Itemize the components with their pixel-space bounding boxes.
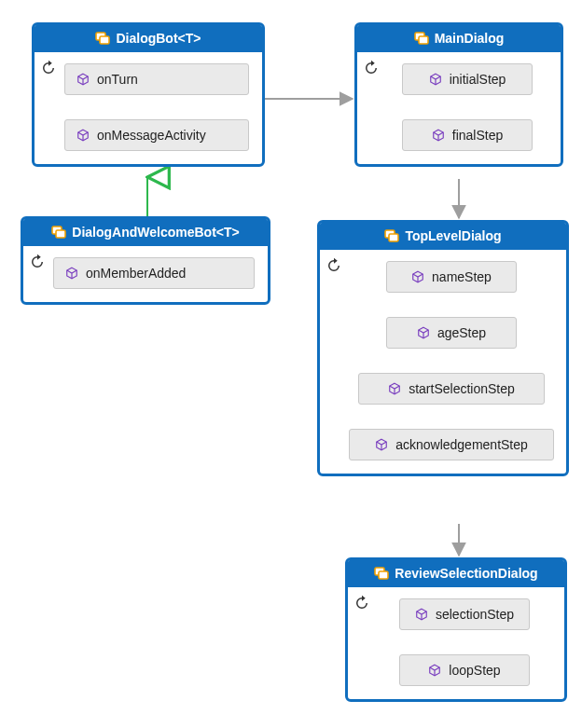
cube-icon	[415, 608, 428, 621]
step-label: nameStep	[432, 269, 492, 284]
box-title: DialogAndWelcomeBot<T>	[23, 219, 268, 246]
title-text: DialogAndWelcomeBot<T>	[72, 225, 239, 240]
cube-icon	[429, 73, 442, 86]
cube-icon	[76, 73, 90, 86]
loop-icon	[40, 60, 57, 76]
class-icon	[384, 228, 399, 243]
box-title: DialogBot<T>	[35, 25, 262, 52]
step-acknowledgement-step: acknowledgementStep	[349, 429, 554, 460]
cube-icon	[388, 382, 401, 395]
step-label: onTurn	[97, 72, 138, 87]
step-selection-step: selectionStep	[399, 598, 530, 630]
step-on-message-activity: onMessageActivity	[64, 119, 249, 151]
loop-icon	[353, 595, 370, 611]
svg-rect-16	[389, 234, 398, 241]
loop-icon	[326, 257, 342, 274]
box-top-level-dialog: TopLevelDialog nameStep ageStep startSel…	[317, 220, 569, 476]
box-main-dialog: MainDialog initialStep finalStep	[354, 22, 563, 167]
loop-icon	[29, 254, 46, 270]
step-start-selection-step: startSelectionStep	[358, 373, 545, 405]
step-on-member-added: onMemberAdded	[53, 257, 255, 289]
step-name-step: nameStep	[386, 261, 517, 293]
step-final-step: finalStep	[402, 119, 533, 151]
loop-icon	[363, 60, 380, 76]
class-icon	[414, 31, 429, 46]
title-text: MainDialog	[435, 31, 505, 46]
svg-rect-10	[100, 36, 109, 44]
svg-rect-18	[379, 571, 388, 579]
step-loop-step: loopStep	[399, 654, 530, 686]
step-label: finalStep	[452, 128, 503, 143]
step-label: onMessageActivity	[97, 128, 206, 143]
step-on-turn: onTurn	[64, 63, 249, 95]
step-initial-step: initialStep	[402, 63, 533, 95]
box-review-selection-dialog: ReviewSelectionDialog selectionStep loop…	[345, 557, 567, 702]
cube-icon	[432, 129, 445, 142]
cube-icon	[375, 438, 388, 451]
step-label: acknowledgementStep	[395, 437, 528, 452]
diagram-canvas: DialogBot<T> onTurn onMessageActivity Di…	[0, 0, 582, 728]
cube-icon	[65, 267, 78, 280]
class-icon	[374, 566, 389, 581]
title-text: DialogBot<T>	[116, 31, 201, 46]
step-label: startSelectionStep	[409, 381, 515, 396]
box-title: ReviewSelectionDialog	[348, 560, 564, 587]
class-icon	[51, 225, 66, 240]
cube-icon	[411, 270, 424, 283]
step-label: selectionStep	[436, 607, 514, 622]
box-dialog-bot: DialogBot<T> onTurn onMessageActivity	[32, 22, 265, 167]
step-label: onMemberAdded	[86, 266, 186, 281]
step-age-step: ageStep	[386, 317, 517, 349]
step-label: initialStep	[450, 72, 506, 87]
cube-icon	[76, 129, 90, 142]
box-dialog-and-welcome-bot: DialogAndWelcomeBot<T> onMemberAdded	[21, 216, 270, 305]
title-text: TopLevelDialog	[405, 228, 501, 243]
step-label: loopStep	[449, 663, 500, 678]
svg-rect-14	[419, 36, 428, 44]
title-text: ReviewSelectionDialog	[395, 566, 537, 581]
cube-icon	[428, 664, 441, 677]
box-title: MainDialog	[357, 25, 561, 52]
step-label: ageStep	[437, 325, 486, 340]
box-title: TopLevelDialog	[320, 223, 566, 250]
class-icon	[95, 31, 110, 46]
cube-icon	[417, 326, 430, 339]
svg-rect-12	[56, 230, 65, 238]
